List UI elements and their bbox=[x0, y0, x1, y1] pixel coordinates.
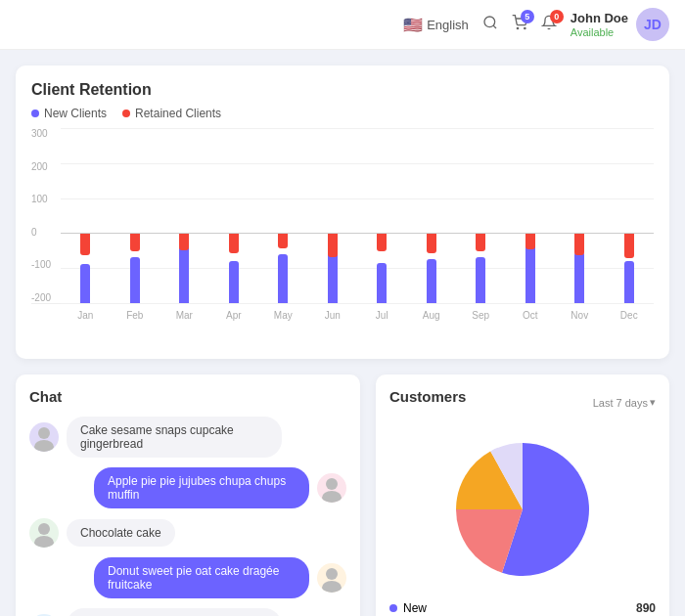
language-label: English bbox=[427, 18, 469, 32]
message-avatar bbox=[317, 473, 346, 503]
bar-new-clients bbox=[624, 261, 634, 303]
cart-badge: 5 bbox=[521, 10, 534, 23]
legend-color-dot bbox=[389, 604, 397, 612]
message-avatar bbox=[29, 422, 59, 452]
chart-legend: New Clients Retained Clients bbox=[31, 107, 654, 120]
legend-retained-clients: Retained Clients bbox=[122, 107, 221, 120]
message-avatar bbox=[29, 518, 59, 548]
bar-new-clients bbox=[574, 252, 584, 303]
customer-legend-item: New890 bbox=[389, 598, 656, 616]
customers-card: Customers Last 7 days ▾ New890Retained32… bbox=[376, 374, 669, 616]
bar-group bbox=[407, 128, 457, 303]
customers-header: Customers Last 7 days ▾ bbox=[389, 388, 656, 417]
bar-retained-clients bbox=[427, 234, 436, 253]
message-avatar bbox=[317, 563, 346, 593]
x-label: Apr bbox=[209, 310, 259, 321]
message-bubble: Apple pie pie jujubes chupa chups muffin bbox=[94, 467, 309, 508]
svg-point-11 bbox=[322, 581, 342, 593]
chat-messages: Cake sesame snaps cupcake gingerbreadApp… bbox=[29, 417, 346, 616]
notifications-button[interactable]: 0 bbox=[541, 15, 557, 34]
y-label: 0 bbox=[31, 227, 61, 238]
x-label: Oct bbox=[506, 310, 556, 321]
x-label: Sep bbox=[456, 310, 506, 321]
user-profile[interactable]: John Doe Available JD bbox=[571, 8, 669, 41]
period-selector[interactable]: Last 7 days ▾ bbox=[593, 396, 656, 409]
message-bubble: Chocolate cake bbox=[67, 519, 175, 547]
bar-group bbox=[111, 128, 160, 303]
customers-legend: New890Retained320Other260Lost130 bbox=[389, 598, 656, 616]
cart-button[interactable]: 5 bbox=[512, 15, 527, 34]
new-clients-dot bbox=[31, 110, 39, 117]
bar-retained-clients bbox=[574, 234, 584, 255]
x-label: Jun bbox=[308, 310, 358, 321]
bar-group bbox=[605, 128, 655, 303]
chat-message: Apple pie pie jujubes chupa chups muffin bbox=[29, 467, 346, 508]
pie-chart bbox=[439, 426, 606, 593]
message-bubble: Donut sweet pie oat cake dragée fruitcak… bbox=[94, 557, 309, 598]
bar-group bbox=[209, 128, 259, 303]
chat-card: Chat Cake sesame snaps cupcake gingerbre… bbox=[16, 374, 360, 616]
legend-new-clients: New Clients bbox=[31, 107, 107, 120]
x-label: Dec bbox=[605, 310, 655, 321]
svg-point-9 bbox=[34, 536, 54, 548]
customers-title: Customers bbox=[389, 388, 466, 405]
period-label: Last 7 days bbox=[593, 397, 648, 409]
chat-message: Liquorice chocolate bar jelly beans icin… bbox=[29, 608, 346, 616]
bar-group bbox=[160, 128, 209, 303]
legend-new-label: New Clients bbox=[44, 107, 107, 120]
x-axis: JanFebMarAprMayJunJulAugSepOctNovDec bbox=[61, 310, 654, 321]
chat-title: Chat bbox=[29, 388, 346, 405]
x-label: Jan bbox=[61, 310, 111, 321]
x-label: Aug bbox=[407, 310, 457, 321]
bar-retained-clients bbox=[525, 234, 535, 248]
bar-new-clients bbox=[278, 254, 288, 303]
bar-retained-clients bbox=[229, 234, 239, 253]
x-label: May bbox=[258, 310, 308, 321]
avatar: JD bbox=[636, 8, 669, 41]
user-status: Available bbox=[571, 26, 628, 38]
bar-group bbox=[61, 128, 111, 303]
chart-area: 300 200 100 0 -100 -200 bbox=[31, 128, 654, 304]
bar-group bbox=[258, 128, 308, 303]
svg-point-5 bbox=[34, 440, 54, 452]
message-bubble: Cake sesame snaps cupcake gingerbread bbox=[67, 417, 282, 458]
bar-group bbox=[506, 128, 556, 303]
grid-line bbox=[61, 303, 654, 304]
chat-message: Cake sesame snaps cupcake gingerbread bbox=[29, 417, 346, 458]
svg-point-7 bbox=[322, 491, 342, 503]
bottom-row: Chat Cake sesame snaps cupcake gingerbre… bbox=[16, 374, 669, 616]
bar-group bbox=[555, 128, 605, 303]
x-label: Nov bbox=[555, 310, 605, 321]
bar-retained-clients bbox=[278, 234, 288, 247]
language-selector[interactable]: 🇺🇸 English bbox=[403, 16, 469, 34]
bar-retained-clients bbox=[624, 234, 634, 257]
search-button[interactable] bbox=[482, 15, 498, 34]
chat-message: Donut sweet pie oat cake dragée fruitcak… bbox=[29, 557, 346, 598]
y-label: -100 bbox=[31, 259, 61, 270]
legend-retained-label: Retained Clients bbox=[135, 107, 221, 120]
chevron-down-icon: ▾ bbox=[650, 396, 656, 409]
header: 🇺🇸 English 5 0 John Doe Available JD bbox=[0, 0, 685, 50]
bar-chart: 300 200 100 0 -100 -200 bbox=[31, 128, 654, 343]
main-content: Client Retention New Clients Retained Cl… bbox=[0, 50, 685, 616]
bar-new-clients bbox=[229, 261, 239, 303]
bars-container bbox=[61, 128, 654, 303]
notif-badge: 0 bbox=[550, 10, 564, 23]
svg-line-1 bbox=[493, 25, 496, 28]
y-axis: 300 200 100 0 -100 -200 bbox=[31, 128, 61, 303]
user-name: John Doe bbox=[571, 11, 628, 26]
retained-clients-dot bbox=[122, 110, 130, 117]
bar-new-clients bbox=[476, 257, 485, 303]
bar-group bbox=[357, 128, 407, 303]
client-retention-card: Client Retention New Clients Retained Cl… bbox=[16, 66, 669, 359]
bar-retained-clients bbox=[80, 234, 90, 255]
y-label: -200 bbox=[31, 292, 61, 303]
bar-retained-clients bbox=[377, 234, 387, 251]
svg-point-8 bbox=[38, 523, 50, 535]
svg-point-4 bbox=[38, 427, 50, 439]
message-bubble: Liquorice chocolate bar jelly beans icin… bbox=[67, 608, 282, 616]
svg-point-0 bbox=[484, 17, 495, 27]
y-label: 100 bbox=[31, 194, 61, 204]
bar-new-clients bbox=[377, 263, 387, 303]
x-label: Jul bbox=[357, 310, 407, 321]
